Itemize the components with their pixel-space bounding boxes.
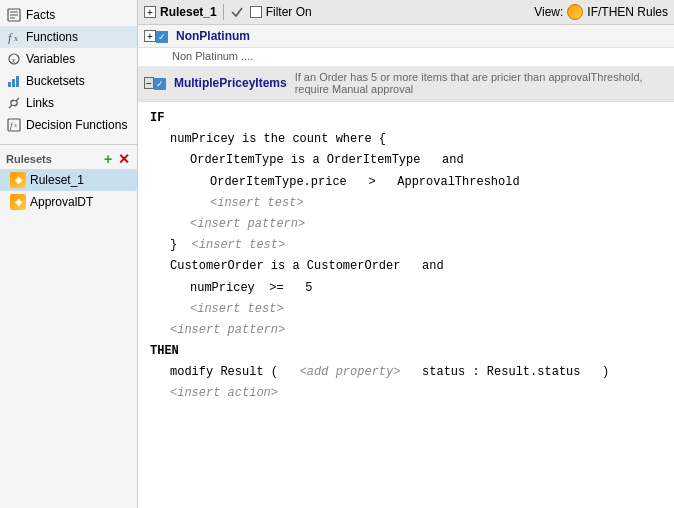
remove-ruleset-button[interactable]: ✕	[117, 152, 131, 166]
toolbar: + Ruleset_1 Filter On View: IF/THEN Rule…	[138, 0, 674, 25]
svg-text:x: x	[14, 122, 17, 128]
sidebar-item-approvaldt[interactable]: ◆ ApprovalDT	[0, 191, 137, 213]
sidebar-item-functions-label: Functions	[26, 30, 78, 44]
sidebar-item-approvaldt-label: ApprovalDT	[30, 195, 93, 209]
links-icon	[6, 95, 22, 111]
code-then-keyword: THEN	[150, 341, 662, 362]
sidebar-item-facts-label: Facts	[26, 8, 55, 22]
decision-functions-icon: fx	[6, 117, 22, 133]
sidebar-item-bucketsets-label: Bucketsets	[26, 74, 85, 88]
code-insert-test-1[interactable]: <insert test>	[150, 193, 662, 214]
rule-entry-multiplepriceytitems: − ✓ MultiplePriceyItems If an Order has …	[138, 67, 674, 101]
main-content: + Ruleset_1 Filter On View: IF/THEN Rule…	[138, 0, 674, 508]
toolbar-ruleset-name: Ruleset_1	[160, 5, 217, 19]
expand-ruleset-button[interactable]: +	[144, 6, 156, 18]
facts-icon	[6, 7, 22, 23]
sidebar-item-decision-functions-label: Decision Functions	[26, 118, 127, 132]
code-numpricey-line: numPricey >= 5	[150, 278, 662, 299]
rule-header-multiplepriceytitems: − ✓ MultiplePriceyItems If an Order has …	[138, 67, 674, 100]
code-insert-action[interactable]: <insert action>	[150, 383, 662, 404]
sidebar-item-bucketsets[interactable]: Bucketsets	[0, 70, 137, 92]
sidebar-item-decision-functions[interactable]: fx Decision Functions	[0, 114, 137, 136]
sidebar-item-variables-label: Variables	[26, 52, 75, 66]
sidebar-item-variables[interactable]: x Variables	[0, 48, 137, 70]
view-option: IF/THEN Rules	[587, 5, 668, 19]
sidebar-divider	[0, 144, 137, 145]
rule-desc-nonplatinum: Non Platinum ....	[138, 48, 674, 66]
sidebar-nav: Facts fx Functions x Variables Bucketset…	[0, 0, 137, 140]
rule-entry-nonplatinum: + ✓ NonPlatinum Non Platinum ....	[138, 25, 674, 67]
svg-text:x: x	[11, 55, 16, 65]
rule-name-multiplepriceytitems: MultiplePriceyItems	[174, 76, 287, 90]
code-insert-pattern-1[interactable]: <insert pattern>	[150, 214, 662, 235]
checkmark-icon	[230, 5, 244, 19]
code-customerorder-line: CustomerOrder is a CustomerOrder and	[150, 256, 662, 277]
filter-label: Filter On	[266, 5, 312, 19]
bucketsets-icon	[6, 73, 22, 89]
code-price-line: OrderItemType.price > ApprovalThreshold	[150, 172, 662, 193]
expand-multiplricey-button[interactable]: −	[144, 77, 154, 89]
code-insert-pattern-2[interactable]: <insert pattern>	[150, 320, 662, 341]
rule-name-nonplatinum: NonPlatinum	[176, 29, 250, 43]
sidebar-item-ruleset1-label: Ruleset_1	[30, 173, 84, 187]
view-label: View:	[534, 5, 563, 19]
svg-text:f: f	[8, 31, 13, 44]
rule-header-nonplatinum: + ✓ NonPlatinum	[138, 25, 674, 48]
code-insert-test-2[interactable]: <insert test>	[150, 299, 662, 320]
sidebar-item-facts[interactable]: Facts	[0, 4, 137, 26]
code-orderitemtype-line: OrderItemType is a OrderItemType and	[150, 150, 662, 171]
filter-area: Filter On	[250, 5, 312, 19]
rule-check-nonplatinum: ✓	[156, 31, 168, 43]
toolbar-separator-1	[223, 4, 224, 20]
svg-text:x: x	[14, 34, 18, 43]
rulesets-header: Rulesets + ✕	[0, 149, 137, 169]
sidebar-item-links[interactable]: Links	[0, 92, 137, 114]
sidebar-item-links-label: Links	[26, 96, 54, 110]
ruleset-icon-2: ◆	[10, 194, 26, 210]
code-modify-line: modify Result ( <add property> status : …	[150, 362, 662, 383]
filter-checkbox[interactable]	[250, 6, 262, 18]
view-area: View: IF/THEN Rules	[534, 4, 668, 20]
code-area: IF numPricey is the count where { OrderI…	[138, 102, 674, 508]
svg-rect-9	[12, 79, 15, 87]
rulesets-actions: + ✕	[101, 152, 131, 166]
code-if-keyword: IF	[150, 108, 662, 129]
svg-rect-10	[16, 76, 19, 87]
sidebar: Facts fx Functions x Variables Bucketset…	[0, 0, 138, 508]
ruleset-icon-1: ◆	[10, 172, 26, 188]
view-icon	[567, 4, 583, 20]
variables-icon: x	[6, 51, 22, 67]
code-count-line: numPricey is the count where {	[150, 129, 662, 150]
rulesets-label: Rulesets	[6, 153, 52, 165]
sidebar-item-ruleset1[interactable]: ◆ Ruleset_1	[0, 169, 137, 191]
expand-nonplatinum-button[interactable]: +	[144, 30, 156, 42]
ruleset-label-area: + Ruleset_1	[144, 5, 217, 19]
code-brace-line: } <insert test>	[150, 235, 662, 256]
rules-list: + ✓ NonPlatinum Non Platinum .... − ✓ Mu…	[138, 25, 674, 102]
sidebar-item-functions[interactable]: fx Functions	[0, 26, 137, 48]
rule-desc-multiplepriceytitems: If an Order has 5 or more items that are…	[295, 71, 668, 95]
svg-rect-8	[8, 82, 11, 87]
add-ruleset-button[interactable]: +	[101, 152, 115, 166]
functions-icon: fx	[6, 29, 22, 45]
rule-check-multiplepriceytitems: ✓	[154, 78, 166, 90]
